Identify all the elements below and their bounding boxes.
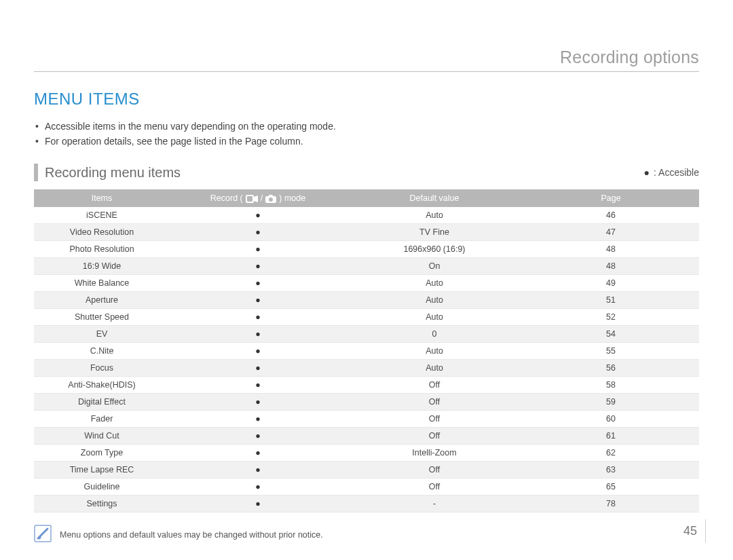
cell-mode: ● — [170, 326, 346, 343]
cell-default: Auto — [346, 292, 523, 309]
cell-default: Off — [346, 411, 523, 428]
cell-mode: ● — [170, 309, 346, 326]
cell-item: White Balance — [34, 275, 170, 292]
th-items: Items — [34, 189, 170, 207]
cell-item: C.Nite — [34, 343, 170, 360]
cell-mode: ● — [170, 224, 346, 241]
cell-default: Intelli-Zoom — [346, 445, 523, 462]
cell-default: - — [346, 496, 523, 512]
cell-mode: ● — [170, 479, 346, 496]
table-row: White Balance●Auto49 — [34, 275, 699, 292]
table-row: iSCENE●Auto46 — [34, 207, 699, 224]
cell-item: Zoom Type — [34, 445, 170, 462]
th-page: Page — [523, 189, 699, 207]
table-row: Digital Effect●Off59 — [34, 394, 699, 411]
subheading-text: Recording menu items — [45, 165, 181, 181]
cell-page: 55 — [523, 343, 699, 360]
table-row: C.Nite●Auto55 — [34, 343, 699, 360]
cell-default: Off — [346, 394, 523, 411]
cell-item: Digital Effect — [34, 394, 170, 411]
cell-default: Off — [346, 462, 523, 479]
svg-rect-1 — [247, 196, 252, 202]
cell-page: 60 — [523, 411, 699, 428]
document-page: Recording options MENU ITEMS Accessible … — [0, 0, 733, 560]
cell-mode: ● — [170, 411, 346, 428]
cell-page: 54 — [523, 326, 699, 343]
cell-page: 58 — [523, 377, 699, 394]
cell-page: 51 — [523, 292, 699, 309]
page-number-wrap: 45 — [683, 519, 706, 542]
table-row: Shutter Speed●Auto52 — [34, 309, 699, 326]
table-row: Aperture●Auto51 — [34, 292, 699, 309]
th-mode-sep: / — [261, 193, 263, 203]
table-row: Focus●Auto56 — [34, 360, 699, 377]
cell-mode: ● — [170, 258, 346, 275]
cell-page: 78 — [523, 496, 699, 512]
table-row: Anti-Shake(HDIS)●Off58 — [34, 377, 699, 394]
cell-default: Auto — [346, 309, 523, 326]
cell-page: 47 — [523, 224, 699, 241]
photo-mode-icon — [265, 193, 276, 203]
cell-mode: ● — [170, 275, 346, 292]
cell-default: Off — [346, 479, 523, 496]
cell-item: Time Lapse REC — [34, 462, 170, 479]
cell-default: Auto — [346, 343, 523, 360]
cell-item: 16:9 Wide — [34, 258, 170, 275]
video-mode-icon — [246, 193, 258, 203]
cell-mode: ● — [170, 428, 346, 445]
intro-bullet: Accessible items in the menu vary depend… — [35, 119, 699, 134]
section-title: MENU ITEMS — [34, 90, 699, 109]
cell-page: 52 — [523, 309, 699, 326]
intro-list: Accessible items in the menu vary depend… — [34, 119, 699, 149]
table-row: Guideline●Off65 — [34, 479, 699, 496]
cell-mode: ● — [170, 292, 346, 309]
table-row: Video Resolution●TV Fine47 — [34, 224, 699, 241]
cell-page: 46 — [523, 207, 699, 224]
legend: ● : Accesible — [644, 167, 699, 178]
cell-item: Video Resolution — [34, 224, 170, 241]
footnote: Menu options and default values may be c… — [34, 525, 699, 544]
cell-page: 48 — [523, 258, 699, 275]
svg-point-5 — [269, 198, 273, 202]
table-row: Fader●Off60 — [34, 411, 699, 428]
cell-item: Anti-Shake(HDIS) — [34, 377, 170, 394]
cell-page: 59 — [523, 394, 699, 411]
legend-dot-icon: ● — [644, 167, 650, 178]
cell-item: Fader — [34, 411, 170, 428]
cell-default: Auto — [346, 275, 523, 292]
cell-item: Guideline — [34, 479, 170, 496]
cell-default: On — [346, 258, 523, 275]
subheading: Recording menu items — [34, 164, 181, 181]
subheading-row: Recording menu items ● : Accesible — [34, 164, 699, 181]
cell-item: iSCENE — [34, 207, 170, 224]
cell-page: 48 — [523, 241, 699, 258]
cell-mode: ● — [170, 207, 346, 224]
table-header-row: Items Record ( / ) mode Default — [34, 189, 699, 207]
cell-page: 56 — [523, 360, 699, 377]
cell-default: TV Fine — [346, 224, 523, 241]
th-record-mode: Record ( / ) mode — [170, 189, 346, 207]
cell-page: 63 — [523, 462, 699, 479]
cell-page: 61 — [523, 428, 699, 445]
note-icon — [34, 525, 52, 544]
page-number: 45 — [683, 524, 697, 538]
cell-default: 0 — [346, 326, 523, 343]
cell-mode: ● — [170, 241, 346, 258]
cell-mode: ● — [170, 360, 346, 377]
cell-item: Shutter Speed — [34, 309, 170, 326]
table-body: iSCENE●Auto46Video Resolution●TV Fine47P… — [34, 207, 699, 512]
th-mode-suffix: ) mode — [279, 193, 305, 203]
cell-page: 65 — [523, 479, 699, 496]
cell-default: Auto — [346, 207, 523, 224]
cell-item: Wind Cut — [34, 428, 170, 445]
cell-item: Focus — [34, 360, 170, 377]
cell-mode: ● — [170, 496, 346, 512]
cell-item: Aperture — [34, 292, 170, 309]
cell-mode: ● — [170, 445, 346, 462]
footnote-text: Menu options and default values may be c… — [60, 530, 323, 540]
table-row: 16:9 Wide●On48 — [34, 258, 699, 275]
svg-marker-2 — [254, 195, 258, 202]
th-mode-prefix: Record ( — [210, 193, 243, 203]
table-row: Zoom Type●Intelli-Zoom62 — [34, 445, 699, 462]
intro-bullet: For operation details, see the page list… — [35, 134, 699, 149]
